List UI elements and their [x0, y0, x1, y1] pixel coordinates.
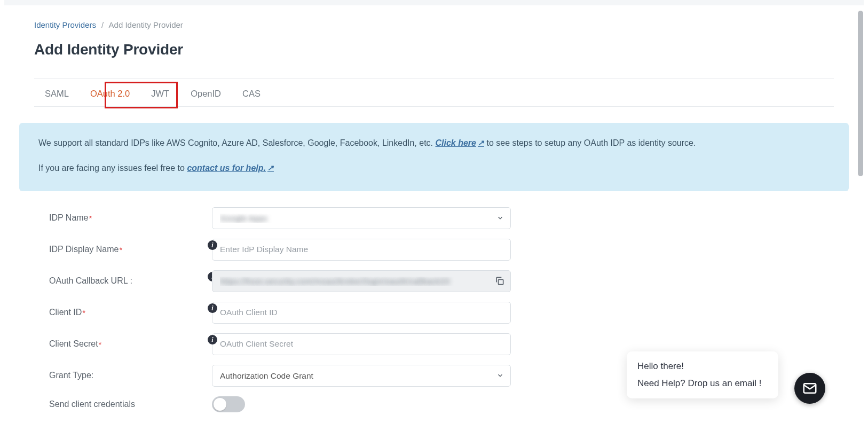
- callback-url-label: OAuth Callback URL :: [49, 276, 132, 286]
- tab-jwt[interactable]: JWT: [151, 89, 169, 99]
- info-icon[interactable]: i: [208, 240, 217, 250]
- contact-us-link[interactable]: contact us for help.↗: [187, 163, 274, 173]
- page-title: Add Identity Provider: [34, 41, 834, 58]
- required-marker: *: [89, 214, 92, 223]
- idp-display-name-label: IDP Display Name: [49, 245, 119, 254]
- external-link-icon: ↗: [478, 138, 484, 147]
- grant-type-label: Grant Type:: [49, 371, 93, 380]
- scrollbar-thumb[interactable]: [858, 11, 863, 176]
- client-id-input[interactable]: [212, 302, 511, 324]
- client-secret-label: Client Secret: [49, 339, 98, 349]
- idp-name-label: IDP Name: [49, 213, 89, 223]
- info-icon[interactable]: i: [208, 303, 217, 313]
- tab-openid[interactable]: OpenID: [191, 89, 221, 99]
- grant-type-select[interactable]: Authorization Code Grant: [212, 365, 511, 387]
- required-marker: *: [119, 245, 122, 254]
- copy-icon[interactable]: [494, 276, 505, 286]
- client-id-label: Client ID: [49, 308, 82, 317]
- idp-display-name-input[interactable]: [212, 239, 511, 261]
- scrollbar[interactable]: [856, 5, 864, 422]
- svg-rect-0: [499, 280, 503, 285]
- send-client-credentials-toggle[interactable]: [212, 396, 245, 412]
- banner-text-1b: to see steps to setup any OAuth IDP as i…: [486, 138, 696, 147]
- click-here-link[interactable]: Click here↗: [436, 138, 484, 147]
- chat-help-popup: Hello there! Need Help? Drop us an email…: [627, 351, 778, 398]
- chat-line-2: Need Help? Drop us an email !: [637, 378, 768, 389]
- required-marker: *: [99, 340, 102, 349]
- chat-bubble-button[interactable]: [794, 373, 825, 404]
- required-marker: *: [82, 308, 85, 317]
- external-link-icon: ↗: [267, 163, 274, 172]
- callback-url-value: https://host.security.com/moas/broker/lo…: [220, 277, 494, 286]
- tab-oauth[interactable]: OAuth 2.0: [90, 89, 130, 99]
- breadcrumb-separator: /: [101, 20, 104, 29]
- banner-text-1: We support all standard IDPs like AWS Co…: [38, 138, 436, 147]
- breadcrumb-current: Add Identity Provider: [109, 20, 183, 29]
- chat-line-1: Hello there!: [637, 361, 768, 372]
- tab-saml[interactable]: SAML: [45, 89, 69, 99]
- banner-text-2: If you are facing any issues feel free t…: [38, 163, 187, 173]
- breadcrumb-root-link[interactable]: Identity Providers: [34, 20, 96, 29]
- info-banner: We support all standard IDPs like AWS Co…: [19, 123, 849, 191]
- breadcrumb: Identity Providers / Add Identity Provid…: [34, 20, 834, 29]
- info-icon[interactable]: i: [208, 335, 217, 344]
- idp-name-select[interactable]: Google Apps: [212, 207, 511, 229]
- tab-cas[interactable]: CAS: [242, 89, 261, 99]
- tabs-bar: SAML OAuth 2.0 JWT OpenID CAS: [34, 79, 834, 107]
- mail-icon: [802, 380, 818, 396]
- callback-url-field: https://host.security.com/moas/broker/lo…: [212, 270, 511, 292]
- send-client-credentials-label: Send client credentials: [49, 400, 135, 409]
- client-secret-input[interactable]: [212, 333, 511, 355]
